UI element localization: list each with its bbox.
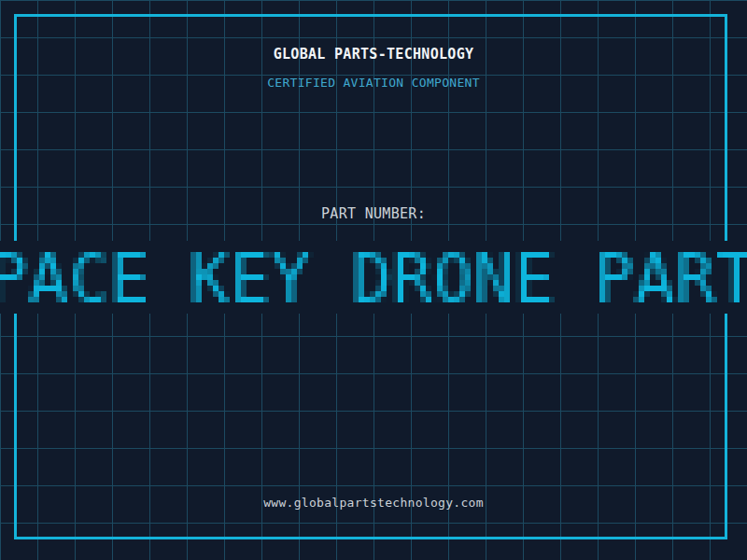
footer-url: www.globalpartstechnology.com <box>0 496 747 510</box>
certification-subtitle: CERTIFIED AVIATION COMPONENT <box>0 76 747 90</box>
marquee-band <box>0 241 747 314</box>
blueprint-screen: { "page": { "header": { "title": "GLOBAL… <box>0 0 747 560</box>
company-title: GLOBAL PARTS-TECHNOLOGY <box>0 46 747 63</box>
part-number-label: PART NUMBER: <box>0 205 747 222</box>
marquee-canvas <box>0 241 747 314</box>
